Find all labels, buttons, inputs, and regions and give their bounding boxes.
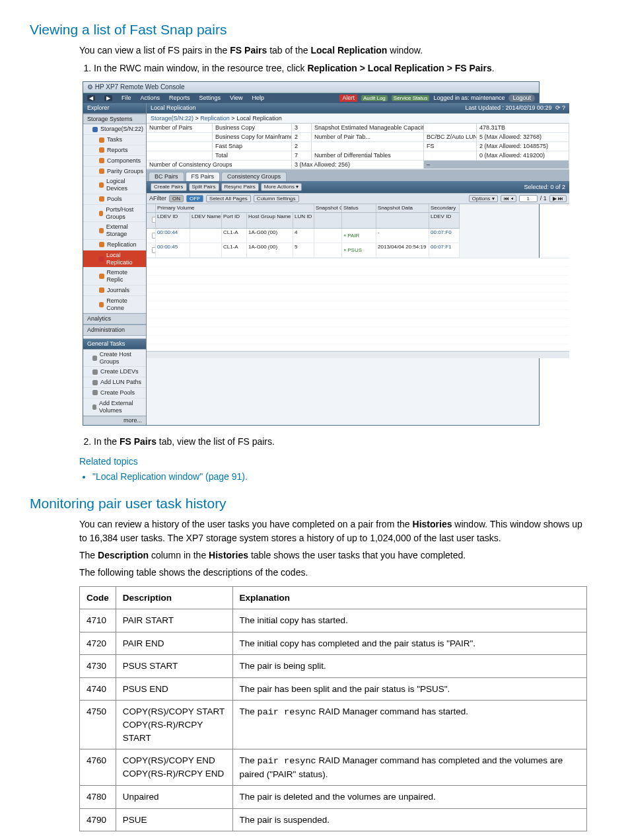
cell-ldev[interactable]: 00:00:44 bbox=[156, 229, 190, 243]
crumb-storage[interactable]: Storage(S/N:22) bbox=[151, 115, 193, 122]
cell-code: 4720 bbox=[80, 632, 116, 655]
tab-bc-pairs[interactable]: BC Pairs bbox=[149, 172, 184, 181]
menu-reports[interactable]: Reports bbox=[169, 95, 190, 102]
label: Storage(S/N:22) bbox=[100, 126, 143, 133]
stat-value: 2 bbox=[292, 133, 312, 142]
select-all-button[interactable]: Select All Pages bbox=[206, 195, 251, 203]
nav-parity[interactable]: Parity Groups bbox=[83, 167, 146, 177]
resync-pairs-button[interactable]: Resync Pairs bbox=[221, 183, 259, 191]
page-prev[interactable]: ⏮ ◀ bbox=[501, 195, 516, 203]
nav-remote-conn[interactable]: Remote Conne bbox=[83, 296, 146, 314]
task-create-pools[interactable]: Create Pools bbox=[83, 388, 146, 399]
nav-tasks[interactable]: Tasks bbox=[83, 135, 146, 145]
label: Logical Devices bbox=[106, 178, 143, 192]
stat-label: Fast Snap bbox=[213, 142, 292, 151]
stat-value: 0 (Max Allowed: 419200) bbox=[477, 151, 569, 161]
alert-button[interactable]: Alert bbox=[339, 95, 357, 102]
nav-journals[interactable]: Journals bbox=[83, 286, 146, 296]
service-status-button[interactable]: Service Status bbox=[392, 95, 430, 102]
cell-description: PSUE bbox=[116, 808, 232, 831]
label: Components bbox=[107, 157, 141, 165]
task-add-lun[interactable]: Add LUN Paths bbox=[83, 377, 146, 388]
selected-count: Selected: 0 of 2 bbox=[524, 184, 565, 191]
label: Create LDEVs bbox=[100, 368, 139, 375]
cell-sec[interactable]: 00:07:F0 bbox=[429, 229, 460, 243]
menu-help[interactable]: Help bbox=[252, 95, 264, 102]
create-pairs-button[interactable]: Create Pairs bbox=[151, 183, 186, 191]
split-pairs-button[interactable]: Split Pairs bbox=[189, 183, 219, 191]
step1-path: Replication > Local Replication > FS Pai… bbox=[307, 63, 491, 73]
menu-view[interactable]: View bbox=[230, 95, 242, 102]
page-input[interactable]: 1 bbox=[519, 195, 538, 203]
task-icon bbox=[92, 390, 98, 395]
label: Add External Volumes bbox=[99, 400, 143, 414]
codes-table: Code Description Explanation 4710PAIR ST… bbox=[79, 586, 587, 832]
admin-section[interactable]: Administration bbox=[83, 325, 146, 336]
cell-sec[interactable]: 00:07:F1 bbox=[429, 243, 460, 258]
cell-status: PSUS bbox=[342, 243, 376, 258]
cell-description: Unpaired bbox=[116, 786, 232, 809]
cell-explanation: The pair has been split and the pair sta… bbox=[232, 677, 586, 701]
nav-remote-replication[interactable]: Remote Replic bbox=[83, 268, 146, 286]
page-total: / 1 bbox=[540, 195, 547, 202]
stat-label: Business Copy bbox=[213, 124, 292, 133]
menu-file[interactable]: File bbox=[122, 95, 131, 102]
nav-pools[interactable]: Pools bbox=[83, 194, 146, 205]
table-row: 4750COPY(RS)/COPY START COPY(RS-R)/RCPY … bbox=[80, 701, 587, 749]
audit-button[interactable]: Audit Log bbox=[361, 95, 388, 102]
related-link[interactable]: "Local Replication window" (page 91). bbox=[92, 470, 587, 483]
analytics-section[interactable]: Analytics bbox=[83, 313, 146, 325]
nav-external[interactable]: External Storage bbox=[83, 222, 146, 240]
task-create-host[interactable]: Create Host Groups bbox=[83, 350, 146, 367]
scrollbar[interactable] bbox=[147, 351, 569, 358]
nav-replication[interactable]: Replication bbox=[83, 240, 146, 250]
tab-fs-pairs[interactable]: FS Pairs bbox=[186, 172, 221, 181]
menu-actions[interactable]: Actions bbox=[141, 95, 160, 102]
storage-systems-header[interactable]: Storage Systems bbox=[83, 114, 146, 125]
step-1: In the RWC main window, in the resource … bbox=[94, 61, 587, 75]
bold-histories: Histories bbox=[413, 519, 452, 529]
more-actions-button[interactable]: More Actions ▾ bbox=[261, 183, 302, 191]
reports-icon bbox=[99, 147, 104, 153]
nav-components[interactable]: Components bbox=[83, 156, 146, 167]
nav-fwd-icon[interactable]: ▶ bbox=[104, 95, 112, 102]
bold-local-replication: Local Replication bbox=[310, 45, 387, 56]
filter-off[interactable]: OFF bbox=[186, 195, 203, 203]
general-tasks-header: General Tasks bbox=[83, 338, 146, 350]
task-create-ldevs[interactable]: Create LDEVs bbox=[83, 367, 146, 377]
nav-ports[interactable]: Ports/Host Groups bbox=[83, 205, 146, 223]
logout-button[interactable]: Logout bbox=[508, 95, 535, 102]
stat-label: Number of Pairs bbox=[147, 124, 213, 133]
cell-code: 4790 bbox=[80, 808, 116, 831]
more-link[interactable]: more... bbox=[83, 416, 146, 425]
crumb-replication[interactable]: Replication bbox=[200, 115, 230, 122]
cell-description: PSUS END bbox=[116, 677, 232, 701]
toolbar: Create Pairs Split Pairs Resync Pairs Mo… bbox=[147, 181, 569, 193]
page-next[interactable]: ▶ ⏭ bbox=[549, 195, 567, 203]
col-group-snap: Snapshot Group bbox=[314, 204, 342, 213]
table-row: 4790PSUEThe pair is suspended. bbox=[80, 808, 587, 831]
title-text: HP XP7 Remote Web Console bbox=[95, 83, 185, 91]
nav-reports[interactable]: Reports bbox=[83, 145, 146, 156]
nav-logical[interactable]: Logical Devices bbox=[83, 176, 146, 194]
column-settings-button[interactable]: Column Settings bbox=[254, 195, 299, 203]
nav-local-replication[interactable]: Local Replicatio bbox=[83, 250, 146, 268]
col-snapdata: Snapshot Data bbox=[376, 204, 429, 213]
table-row: 4780UnpairedThe pair is deleted and the … bbox=[80, 786, 587, 809]
link-text: "Local Replication window" (page 91). bbox=[92, 471, 248, 482]
section-heading-monitoring: Monitoring pair user task history bbox=[30, 494, 600, 514]
step2-bold: FS Pairs bbox=[120, 436, 157, 447]
tab-consistency[interactable]: Consistency Groups bbox=[221, 172, 287, 181]
menu-settings[interactable]: Settings bbox=[199, 95, 221, 102]
task-add-ext[interactable]: Add External Volumes bbox=[83, 399, 146, 416]
table-row: 4720PAIR ENDThe initial copy has complet… bbox=[80, 632, 587, 655]
filter-on[interactable]: ON bbox=[169, 195, 184, 203]
nav-root[interactable]: Storage(S/N:22) bbox=[83, 124, 146, 135]
options-button[interactable]: Options ▾ bbox=[469, 195, 498, 203]
table-row[interactable]: 00:00:45 CL1-A 1A-G00 (00) 5 PSUS 2013/0… bbox=[147, 243, 569, 258]
col-explanation: Explanation bbox=[232, 586, 586, 609]
text: tab, view the list of FS pairs. bbox=[157, 436, 275, 447]
nav-back-icon[interactable]: ◀ bbox=[87, 95, 95, 102]
cell-ldev[interactable]: 00:00:45 bbox=[156, 243, 190, 258]
table-row[interactable]: 00:00:44 CL1-A 1A-G00 (00) 4 PAIR - 00:0… bbox=[147, 229, 569, 243]
